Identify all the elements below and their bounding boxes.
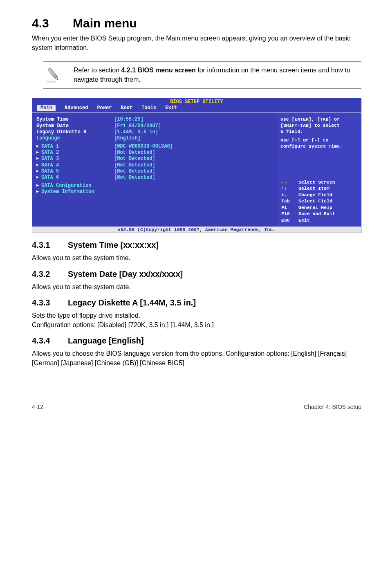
bios-help-pane: Use [ENTER], [TAB] or [SHIFT-TAB] to sel… <box>277 113 361 227</box>
bios-label: SATA Coniguration <box>41 183 91 189</box>
svg-rect-1 <box>47 67 57 79</box>
bios-row: Language[English] <box>36 135 277 141</box>
bios-row: Legacy Diskette A[1.44M, 3.5 in] <box>36 129 277 135</box>
bios-value: [WDC WD800JD-00LSA0] <box>114 144 173 150</box>
triangle-icon: ▶ <box>36 163 41 168</box>
key-sym: ↑↓ <box>281 185 295 192</box>
bios-value: [Not Detected] <box>114 168 155 175</box>
bios-row: ▶SATA 6[Not Detected] <box>36 175 277 181</box>
bios-label: System Time <box>36 117 114 123</box>
bios-row: ▶SATA 2[Not Detected] <box>36 150 277 156</box>
triangle-icon: ▶ <box>36 144 41 149</box>
key-txt: Save and Exit <box>298 211 335 217</box>
bios-value: [10:55:25] <box>114 117 143 123</box>
key-txt: Select Field <box>298 198 332 204</box>
bios-value: [Not Detected] <box>114 150 155 156</box>
bios-screenshot: BIOS SETUP UTILITY Main Advanced Power B… <box>32 98 361 233</box>
triangle-icon: ▶ <box>36 183 41 189</box>
pencil-icon <box>45 66 63 84</box>
triangle-icon: ▶ <box>36 169 41 174</box>
triangle-icon: ▶ <box>36 150 41 155</box>
note-pre: Refer to section <box>74 67 121 74</box>
help-line: a field. <box>280 129 358 135</box>
note-bold: 4.2.1 BIOS menu screen <box>121 67 196 74</box>
body-text: Allows you to set the system date. <box>32 282 361 292</box>
bios-value: [English] <box>114 135 141 141</box>
bios-row: System Date[Fri 04/24/2007] <box>36 123 277 129</box>
subsection-title: Legacy Diskette A [1.44M, 3.5 in.] <box>68 298 196 307</box>
key-txt: Select Item <box>298 185 329 192</box>
bios-label: Legacy Diskette A <box>36 129 114 135</box>
bios-label: Language <box>36 135 114 141</box>
body-text: Allows you to choose the BIOS language v… <box>32 349 361 368</box>
bios-row: ▶SATA 1[WDC WD800JD-00LSA0] <box>36 144 277 150</box>
bios-left-pane: System Time[10:55:25] System Date[Fri 04… <box>32 113 277 227</box>
section-number: 4.3 <box>32 16 73 30</box>
key-txt: Exit <box>298 217 310 224</box>
help-line: Use [+] or [-] to <box>280 137 358 144</box>
bios-title: BIOS SETUP UTILITY <box>32 98 361 105</box>
page-footer: 4-12 Chapter 4: BIOS setup <box>32 401 361 410</box>
help-line: configure system Time. <box>280 144 358 150</box>
subsection-title: System Date [Day xx/xx/xxxx] <box>68 269 183 278</box>
bios-footer: v02.58 (C)Copyright 1985-2007, American … <box>32 227 361 233</box>
bios-label: System Information <box>41 189 94 195</box>
help-line: Use [ENTER], [TAB] or <box>280 117 358 123</box>
subsection-heading: 4.3.2System Date [Day xx/xx/xxxx] <box>32 269 361 279</box>
triangle-icon: ▶ <box>36 175 41 180</box>
bios-row: System Time[10:55:25] <box>36 117 277 123</box>
bios-key-legend: ←→Select Screen ↑↓Select Item +-Change F… <box>281 179 335 224</box>
help-line: [SHIFT-TAB] to select <box>280 123 358 129</box>
chapter-label: Chapter 4: BIOS setup <box>304 404 361 410</box>
subsection-title: Language [English] <box>68 336 144 345</box>
body-text: Sets the type of floppy drive installed. <box>32 311 361 320</box>
key-sym: ESC <box>281 217 295 224</box>
bios-tab-tools: Tools <box>141 105 156 111</box>
bios-label: SATA 4 <box>41 162 59 168</box>
bios-label: SATA 6 <box>41 175 59 180</box>
key-sym: ←→ <box>281 179 295 186</box>
note-text: Refer to section 4.2.1 BIOS menu screen … <box>74 66 360 84</box>
section-title: Main menu <box>73 16 137 30</box>
key-txt: Change Field <box>298 192 332 198</box>
bios-row: ▶SATA 4[Not Detected] <box>36 162 277 168</box>
note-callout: Refer to section 4.2.1 BIOS menu screen … <box>43 61 361 89</box>
bios-value: [Not Detected] <box>114 162 155 168</box>
bios-value: [Fri 04/24/2007] <box>114 123 161 129</box>
bios-tab-main: Main <box>37 105 56 111</box>
bios-row: ▶SATA Coniguration <box>36 183 277 189</box>
body-text: Allows you to set the system time. <box>32 253 361 263</box>
subsection-heading: 4.3.4Language [English] <box>32 336 361 346</box>
subsection-heading: 4.3.3Legacy Diskette A [1.44M, 3.5 in.] <box>32 298 361 307</box>
bios-label: SATA 1 <box>41 144 59 149</box>
bios-value: [1.44M, 3.5 in] <box>114 129 158 135</box>
bios-label: SATA 5 <box>41 168 59 174</box>
key-sym: Tab <box>281 198 295 204</box>
bios-label: SATA 3 <box>41 156 59 162</box>
bios-tab-boot: Boot <box>121 105 132 111</box>
bios-help-text: Use [ENTER], [TAB] or [SHIFT-TAB] to sel… <box>280 117 358 150</box>
bios-row: ▶SATA 3[Not Detected] <box>36 156 277 162</box>
bios-value: [Not Detected] <box>114 175 155 181</box>
subsection-number: 4.3.2 <box>32 269 68 279</box>
subsection-number: 4.3.4 <box>32 336 68 346</box>
bios-tabs: Main Advanced Power Boot Tools Exit <box>32 105 361 112</box>
key-sym: F10 <box>281 211 295 217</box>
key-sym: F1 <box>281 204 295 211</box>
body-text: Configuration options: [Disabled] [720K,… <box>32 320 361 330</box>
triangle-icon: ▶ <box>36 156 41 162</box>
bios-value: [Not Detected] <box>114 156 155 162</box>
triangle-icon: ▶ <box>36 189 41 195</box>
key-sym: +- <box>281 192 295 198</box>
bios-row: ▶System Information <box>36 189 277 195</box>
intro-text: When you enter the BIOS Setup program, t… <box>32 34 361 52</box>
bios-tab-advanced: Advanced <box>65 105 88 111</box>
subsection-number: 4.3.3 <box>32 298 68 307</box>
bios-tab-exit: Exit <box>165 105 177 111</box>
subsection-number: 4.3.1 <box>32 240 68 250</box>
bios-label: SATA 2 <box>41 150 59 155</box>
subsection-title: System Time [xx:xx:xx] <box>68 240 159 249</box>
bios-tab-power: Power <box>97 105 112 111</box>
bios-row: ▶SATA 5[Not Detected] <box>36 168 277 175</box>
section-heading: 4.3Main menu <box>32 16 361 30</box>
